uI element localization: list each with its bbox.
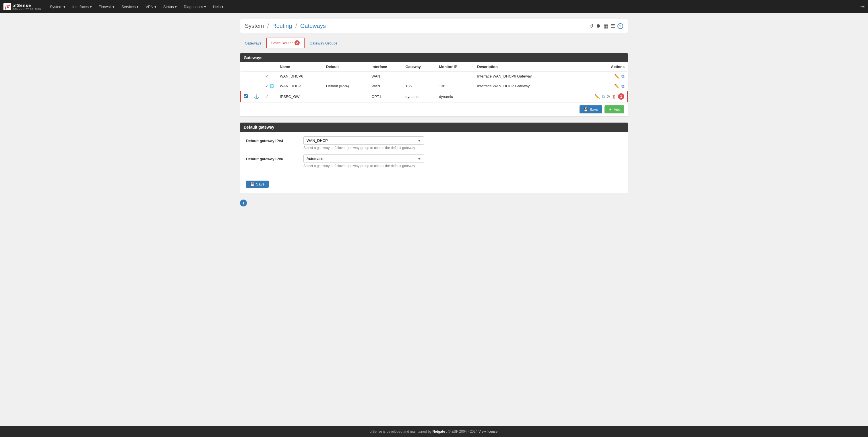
page-header: System / Routing / Gateways ↺ ⏺ ▦ ☰ ? <box>240 19 628 33</box>
table-row: ✓ 🌐 WAN_DHCP Default (IPv4) WAN 136. 136… <box>241 81 627 91</box>
col-name: Name <box>277 62 323 71</box>
row2-copy-icon[interactable]: ⧉ <box>621 84 625 89</box>
col-checkbox <box>241 62 251 71</box>
row-badge: 1 <box>618 93 624 100</box>
row2-actions: ✏️ ⧉ <box>570 81 627 91</box>
gateways-panel: Gateways Name Default Interface Gateway … <box>240 53 628 117</box>
row2-anchor-cell <box>251 81 262 91</box>
col-monitor-ip: Monitor IP <box>436 62 474 71</box>
add-button[interactable]: ＋ Add <box>604 105 624 114</box>
table-actions: 💾 Save ＋ Add <box>240 102 628 116</box>
ipv4-row: Default gateway IPv4 WAN_DHCPAutomaticNo… <box>246 136 622 150</box>
nav-interfaces[interactable]: Interfaces ▾ <box>69 3 95 11</box>
row1-actions: ✏️ ⧉ <box>570 71 627 81</box>
gateways-panel-header: Gateways <box>240 53 628 62</box>
row1-default <box>323 71 369 81</box>
nav-status[interactable]: Status ▾ <box>160 3 180 11</box>
row3-checkbox-cell[interactable] <box>241 91 251 102</box>
row1-name: WAN_DHCP6 <box>277 71 323 81</box>
row1-anchor-cell <box>251 71 262 81</box>
row2-monitor: 136. <box>436 81 474 91</box>
row3-gateway: dynamic <box>402 91 436 102</box>
bottom-save-button[interactable]: 💾 Save <box>246 181 269 188</box>
ipv4-help: Select a gateway or failover gateway gro… <box>303 146 622 150</box>
tab-static-routes[interactable]: Static Routes 2 <box>267 38 305 48</box>
ipv6-label: Default gateway IPv6 <box>246 154 303 161</box>
row2-edit-icon[interactable]: ✏️ <box>614 84 620 89</box>
row2-name: WAN_DHCP <box>277 81 323 91</box>
status-check-icon: ✓ <box>265 94 269 99</box>
gateways-table: Name Default Interface Gateway Monitor I… <box>240 62 628 102</box>
row2-interface: WAN <box>369 81 402 91</box>
row1-description: Interface WAN_DHCP6 Gateway <box>474 71 570 81</box>
nav-services[interactable]: Services ▾ <box>119 3 142 11</box>
static-routes-badge: 2 <box>294 40 300 45</box>
nav-firewall[interactable]: Firewall ▾ <box>96 3 117 11</box>
table-row: ⚓ ✓ IPSEC_GW OPT1 dynamic dynamic ✏️ ⧉ <box>241 91 627 102</box>
col-actions: Actions <box>570 62 627 71</box>
nav-vpn[interactable]: VPN ▾ <box>143 3 159 11</box>
ipv6-select[interactable]: AutomaticNone <box>303 154 424 163</box>
nav-diagnostics[interactable]: Diagnostics ▾ <box>181 3 209 11</box>
tab-gateway-groups[interactable]: Gateway Groups <box>305 38 342 48</box>
default-gateway-form: Default gateway IPv4 WAN_DHCPAutomaticNo… <box>240 132 628 177</box>
row3-actions: ✏️ ⧉ ⊘ 🗑 1 <box>570 91 627 102</box>
default-gateway-panel: Default gateway Default gateway IPv4 WAN… <box>240 122 628 194</box>
col-gateway: Gateway <box>402 62 436 71</box>
row3-default <box>323 91 369 102</box>
navbar: pf pfSense Community Edition System ▾ In… <box>0 0 868 13</box>
row1-copy-icon[interactable]: ⧉ <box>621 74 625 79</box>
breadcrumb-current: Gateways <box>300 23 326 29</box>
row1-gateway <box>402 71 436 81</box>
row3-checkbox[interactable] <box>244 94 248 98</box>
chart-icon[interactable]: ▦ <box>603 23 608 29</box>
row2-checkbox-cell <box>241 81 251 91</box>
row3-anchor-cell: ⚓ <box>251 91 262 102</box>
row1-checkbox-cell <box>241 71 251 81</box>
row2-default: Default (IPv4) <box>323 81 369 91</box>
info-icon[interactable]: i <box>240 199 247 207</box>
tab-gateways[interactable]: Gateways <box>240 38 267 48</box>
bottom-save-area: 💾 Save <box>240 177 628 193</box>
col-anchor-head <box>251 62 262 71</box>
row2-description: Interface WAN_DHCP Gateway <box>474 81 570 91</box>
col-description: Description <box>474 62 570 71</box>
brand-sub: Community Edition <box>12 8 41 10</box>
row1-edit-icon[interactable]: ✏️ <box>614 74 620 79</box>
table-row: ✓ WAN_DHCP6 WAN Interface WAN_DHCP6 Gate… <box>241 71 627 81</box>
row3-delete-icon[interactable]: 🗑 <box>612 94 616 99</box>
breadcrumb-system: System <box>245 23 264 29</box>
ipv4-label: Default gateway IPv4 <box>246 136 303 143</box>
header-icons: ↺ ⏺ ▦ ☰ ? <box>589 23 623 29</box>
col-status <box>262 62 277 71</box>
row3-disable-icon[interactable]: ⊘ <box>607 94 610 99</box>
save-button[interactable]: 💾 Save <box>580 105 602 114</box>
nav-logout[interactable]: ⇥ <box>860 3 865 10</box>
refresh-icon[interactable]: ↺ <box>589 23 594 29</box>
record-icon[interactable]: ⏺ <box>596 23 601 29</box>
row3-edit-icon[interactable]: ✏️ <box>594 94 600 99</box>
row3-copy-icon[interactable]: ⧉ <box>601 94 605 99</box>
breadcrumb-routing[interactable]: Routing <box>272 23 292 29</box>
bottom-save-icon: 💾 <box>250 182 255 186</box>
nav-system[interactable]: System ▾ <box>47 3 68 11</box>
tabs: Gateways Static Routes 2 Gateway Groups <box>240 38 628 48</box>
row2-status-cell: ✓ 🌐 <box>262 81 277 91</box>
row3-status-cell: ✓ <box>262 91 277 102</box>
help-icon[interactable]: ? <box>617 23 623 29</box>
col-interface: Interface <box>369 62 402 71</box>
brand-logo: pf pfSense Community Edition <box>3 3 41 10</box>
ipv6-control: AutomaticNone Select a gateway or failov… <box>303 154 622 168</box>
status-check-icon: ✓ <box>265 74 269 79</box>
row3-monitor: dynamic <box>436 91 474 102</box>
save-icon: 💾 <box>584 107 588 112</box>
row3-name: IPSEC_GW <box>277 91 323 102</box>
default-gateway-header: Default gateway <box>240 123 628 132</box>
row3-description <box>474 91 570 102</box>
ipv4-control: WAN_DHCPAutomaticNone Select a gateway o… <box>303 136 622 150</box>
nav-help[interactable]: Help ▾ <box>210 3 226 11</box>
list-icon[interactable]: ☰ <box>611 23 615 29</box>
col-default: Default <box>323 62 369 71</box>
ipv4-select[interactable]: WAN_DHCPAutomaticNone <box>303 136 424 145</box>
row1-interface: WAN <box>369 71 402 81</box>
